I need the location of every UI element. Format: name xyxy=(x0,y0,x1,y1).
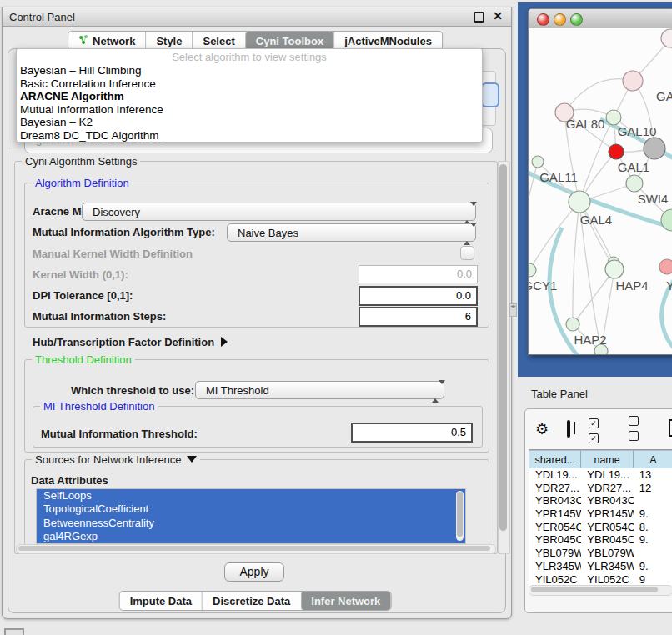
tab-network[interactable]: Network xyxy=(68,32,145,50)
table-cell[interactable]: 13 xyxy=(634,468,672,482)
network-node[interactable] xyxy=(626,175,643,192)
network-node[interactable] xyxy=(532,156,544,168)
split-columns-icon[interactable] xyxy=(567,422,570,437)
column-header[interactable]: name xyxy=(581,450,633,468)
table-row[interactable]: YBR043CYBR043C xyxy=(529,494,672,508)
settings-horizontal-scrollbar[interactable] xyxy=(16,544,496,554)
tab-style[interactable]: Style xyxy=(145,32,192,50)
table-cell[interactable]: YPR145W xyxy=(581,508,633,521)
network-node[interactable] xyxy=(605,260,624,278)
table-cell[interactable]: YBR045C xyxy=(529,533,581,547)
gear-icon[interactable]: ⚙ xyxy=(535,422,549,437)
table-row[interactable]: YDL19...YDL19...13 xyxy=(529,468,672,482)
network-edge[interactable] xyxy=(529,162,538,219)
network-node[interactable] xyxy=(566,318,579,331)
table-cell[interactable]: 9. xyxy=(634,533,672,547)
which-threshold-combo[interactable]: MI Threshold xyxy=(195,381,444,399)
table-cell[interactable]: YDL19... xyxy=(581,468,633,482)
table-cell[interactable]: YDR27... xyxy=(581,482,633,495)
table-row[interactable]: YBR045CYBR045C9. xyxy=(529,533,672,547)
data-attributes-list[interactable]: SelfLoopsTopologicalCoefficientBetweenne… xyxy=(36,488,466,544)
network-node[interactable] xyxy=(661,209,672,231)
column-header[interactable]: shared... xyxy=(529,450,581,468)
table-cell[interactable] xyxy=(634,494,672,508)
attribute-item[interactable]: BetweennessCentrality xyxy=(37,517,465,530)
tab-cyni-toolbox[interactable]: Cyni Toolbox xyxy=(245,32,333,50)
tab-jactivemnodules[interactable]: jActiveMNodules xyxy=(333,32,442,50)
settings-scrollbar-thumb[interactable] xyxy=(499,164,507,531)
table-cell[interactable]: YER054C xyxy=(581,521,633,534)
aracne-mode-combo[interactable]: Discovery xyxy=(82,202,476,221)
unchecked-pair-icon[interactable] xyxy=(629,414,650,444)
network-edge[interactable] xyxy=(564,79,633,112)
table-cell[interactable]: YPR145W xyxy=(529,508,581,521)
network-node[interactable] xyxy=(661,29,672,48)
table-cell[interactable]: 9. xyxy=(634,560,672,573)
table-horizontal-scrollbar[interactable] xyxy=(529,585,672,596)
sources-group-title[interactable]: Sources for Network Inference xyxy=(32,453,200,466)
table-cell[interactable]: YBR043C xyxy=(581,494,633,508)
table-row[interactable]: YBL079WYBL079W xyxy=(529,547,672,560)
network-node[interactable] xyxy=(623,71,643,91)
table-cell[interactable]: YBL079W xyxy=(581,547,633,560)
network-window-titlebar[interactable] xyxy=(529,9,672,28)
mi-threshold-field[interactable]: 0.5 xyxy=(351,422,473,442)
table-cell[interactable] xyxy=(634,547,672,560)
network-node[interactable] xyxy=(569,191,590,212)
tab-select[interactable]: Select xyxy=(192,32,244,50)
algorithm-option[interactable]: ARACNE Algorithm xyxy=(17,90,482,103)
network-edge[interactable] xyxy=(573,269,614,324)
apply-button[interactable]: Apply xyxy=(224,562,284,582)
column-header[interactable]: A xyxy=(634,450,672,468)
tab-infer-network[interactable]: Infer Network xyxy=(300,592,390,610)
restore-icon[interactable] xyxy=(474,12,484,22)
panel-splitter-handle[interactable]: ◂▸ xyxy=(509,303,517,317)
tab-impute-data[interactable]: Impute Data xyxy=(120,592,202,610)
table-cell[interactable]: 9 xyxy=(634,573,672,587)
table-cell[interactable]: YDL19... xyxy=(529,468,581,482)
mac-close-icon[interactable] xyxy=(537,13,549,26)
close-icon[interactable]: ✕ xyxy=(493,9,503,22)
dpi-tolerance-field[interactable]: 0.0 xyxy=(359,286,478,306)
manual-kernel-checkbox[interactable] xyxy=(460,246,474,260)
table-cell[interactable]: YBR043C xyxy=(529,494,581,508)
table-cell[interactable]: 9. xyxy=(634,508,672,521)
table-cell[interactable]: 8. xyxy=(634,521,672,534)
hub-definition-toggle[interactable]: Hub/Transcription Factor Definition xyxy=(33,336,228,348)
table-row[interactable]: YDR27...YDR27...12 xyxy=(529,482,672,495)
checked-pair-icon[interactable]: ✓✓ xyxy=(589,414,610,444)
hidden-combo-stepper[interactable] xyxy=(481,82,499,108)
attribute-item[interactable]: gal4RGexp xyxy=(37,530,465,543)
table-cell[interactable]: YIL052C xyxy=(581,573,633,587)
tab-discretize-data[interactable]: Discretize Data xyxy=(202,592,300,610)
page-icon[interactable] xyxy=(669,419,672,440)
table-cell[interactable]: YER054C xyxy=(529,521,581,534)
mac-zoom-icon[interactable] xyxy=(570,13,583,26)
settings-vertical-scrollbar[interactable] xyxy=(498,161,510,554)
network-node[interactable] xyxy=(644,138,665,159)
table-cell[interactable]: YLR345W xyxy=(529,560,581,573)
table-cell[interactable]: YBR045C xyxy=(581,533,633,547)
mi-steps-field[interactable]: 6 xyxy=(359,307,478,327)
table-hscrollbar-thumb[interactable] xyxy=(531,587,658,592)
network-canvas[interactable]: GAL80GAL10GAL1GAL11SWI4GAL4GCY1HAP4YHAP2… xyxy=(529,28,672,354)
algorithm-option[interactable]: Dream8 DC_TDC Algorithm xyxy=(17,129,482,142)
table-row[interactable]: YER054CYER054C8. xyxy=(529,521,672,534)
minimized-window-icon[interactable] xyxy=(4,628,24,635)
network-edge[interactable] xyxy=(529,202,579,270)
attribute-item[interactable]: TopologicalCoefficient xyxy=(37,502,465,516)
table-cell[interactable]: YDR27... xyxy=(529,482,581,495)
network-node[interactable] xyxy=(609,144,624,159)
table-row[interactable]: YLR345WYLR345W9. xyxy=(529,560,672,573)
mac-minimize-icon[interactable] xyxy=(554,13,566,26)
table-cell[interactable]: YLR345W xyxy=(581,560,633,573)
algorithm-option[interactable]: Bayesian – Hill Climbing xyxy=(17,64,482,78)
network-edge[interactable] xyxy=(573,202,579,324)
table-cell[interactable]: YBL079W xyxy=(529,547,581,560)
algorithm-option[interactable]: Basic Correlation Inference xyxy=(17,78,482,91)
network-node[interactable] xyxy=(529,263,536,277)
attributes-scrollbar-thumb[interactable] xyxy=(457,492,463,537)
mi-algorithm-type-combo[interactable]: Naive Bayes xyxy=(227,223,476,242)
attributes-scrollbar[interactable] xyxy=(456,491,464,541)
settings-hscrollbar-thumb[interactable] xyxy=(18,546,490,551)
